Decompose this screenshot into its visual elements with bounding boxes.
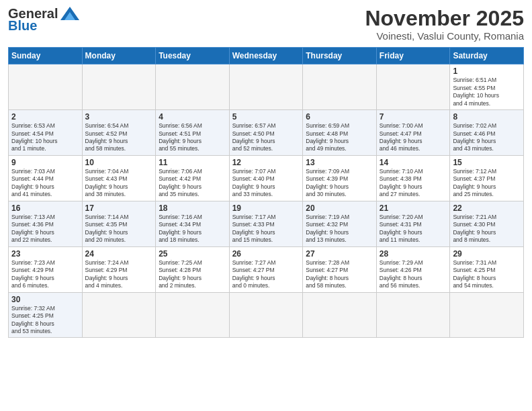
calendar-cell (9, 64, 83, 110)
day-number: 16 (11, 203, 79, 213)
day-info: Sunrise: 7:23 AM Sunset: 4:29 PM Dayligh… (11, 259, 79, 290)
weekday-header-thursday: Thursday (303, 48, 377, 64)
day-info: Sunrise: 7:31 AM Sunset: 4:25 PM Dayligh… (453, 259, 521, 290)
day-info: Sunrise: 7:20 AM Sunset: 4:31 PM Dayligh… (380, 214, 447, 244)
calendar-cell: 27Sunrise: 7:28 AM Sunset: 4:27 PM Dayli… (303, 246, 377, 292)
day-number: 1 (453, 66, 521, 76)
location-title: Voinesti, Vaslui County, Romania (365, 30, 524, 42)
day-number: 11 (159, 158, 226, 167)
calendar-cell: 1Sunrise: 6:51 AM Sunset: 4:55 PM Daylig… (450, 64, 524, 110)
day-number: 2 (11, 112, 79, 122)
weekday-header-monday: Monday (82, 48, 156, 64)
day-number: 25 (159, 249, 226, 259)
day-number: 24 (85, 249, 153, 259)
day-info: Sunrise: 7:28 AM Sunset: 4:27 PM Dayligh… (306, 259, 373, 290)
day-number: 28 (380, 249, 447, 259)
day-number: 18 (159, 203, 226, 213)
day-info: Sunrise: 7:29 AM Sunset: 4:26 PM Dayligh… (380, 259, 447, 290)
calendar-week-row: 23Sunrise: 7:23 AM Sunset: 4:29 PM Dayli… (9, 246, 524, 292)
logo-blue-label: Blue (8, 19, 37, 32)
day-number: 4 (159, 112, 226, 122)
calendar-cell (376, 64, 450, 110)
calendar-week-row: 2Sunrise: 6:53 AM Sunset: 4:54 PM Daylig… (9, 110, 524, 156)
calendar-cell: 15Sunrise: 7:12 AM Sunset: 4:37 PM Dayli… (450, 155, 524, 201)
day-info: Sunrise: 7:12 AM Sunset: 4:37 PM Dayligh… (453, 168, 521, 199)
weekday-header-saturday: Saturday (450, 48, 524, 64)
calendar-cell: 4Sunrise: 6:56 AM Sunset: 4:51 PM Daylig… (156, 110, 230, 156)
logo: General Blue (8, 7, 79, 32)
calendar-cell: 9Sunrise: 7:03 AM Sunset: 4:44 PM Daylig… (9, 155, 83, 201)
day-info: Sunrise: 7:03 AM Sunset: 4:44 PM Dayligh… (11, 168, 79, 199)
calendar-cell: 25Sunrise: 7:25 AM Sunset: 4:28 PM Dayli… (156, 246, 230, 292)
day-info: Sunrise: 7:02 AM Sunset: 4:46 PM Dayligh… (453, 122, 521, 153)
calendar-week-row: 1Sunrise: 6:51 AM Sunset: 4:55 PM Daylig… (9, 64, 524, 110)
calendar-cell: 17Sunrise: 7:14 AM Sunset: 4:35 PM Dayli… (82, 201, 156, 246)
calendar-cell (82, 64, 156, 110)
day-info: Sunrise: 7:32 AM Sunset: 4:25 PM Dayligh… (11, 305, 79, 336)
calendar-cell (156, 292, 230, 338)
calendar-week-row: 30Sunrise: 7:32 AM Sunset: 4:25 PM Dayli… (9, 292, 524, 338)
weekday-header-wednesday: Wednesday (229, 48, 303, 64)
day-info: Sunrise: 7:06 AM Sunset: 4:42 PM Dayligh… (159, 168, 226, 199)
weekday-header-tuesday: Tuesday (156, 48, 230, 64)
day-info: Sunrise: 7:07 AM Sunset: 4:40 PM Dayligh… (232, 168, 300, 199)
weekday-header-friday: Friday (376, 48, 450, 64)
day-number: 6 (306, 112, 373, 122)
day-info: Sunrise: 7:25 AM Sunset: 4:28 PM Dayligh… (159, 259, 226, 290)
day-number: 29 (453, 249, 521, 259)
calendar-cell: 26Sunrise: 7:27 AM Sunset: 4:27 PM Dayli… (229, 246, 303, 292)
calendar-cell: 2Sunrise: 6:53 AM Sunset: 4:54 PM Daylig… (9, 110, 83, 156)
calendar-cell: 22Sunrise: 7:21 AM Sunset: 4:30 PM Dayli… (450, 201, 524, 246)
calendar-cell (303, 292, 377, 338)
calendar-cell: 21Sunrise: 7:20 AM Sunset: 4:31 PM Dayli… (376, 201, 450, 246)
day-number: 30 (11, 295, 79, 304)
day-info: Sunrise: 7:17 AM Sunset: 4:33 PM Dayligh… (232, 214, 300, 244)
weekday-header-sunday: Sunday (9, 48, 83, 64)
day-info: Sunrise: 7:13 AM Sunset: 4:36 PM Dayligh… (11, 214, 79, 244)
day-info: Sunrise: 7:10 AM Sunset: 4:38 PM Dayligh… (380, 168, 447, 199)
day-number: 26 (232, 249, 300, 259)
calendar-week-row: 16Sunrise: 7:13 AM Sunset: 4:36 PM Dayli… (9, 201, 524, 246)
calendar-cell: 5Sunrise: 6:57 AM Sunset: 4:50 PM Daylig… (229, 110, 303, 156)
calendar-cell (376, 292, 450, 338)
calendar-cell: 28Sunrise: 7:29 AM Sunset: 4:26 PM Dayli… (376, 246, 450, 292)
calendar-cell: 6Sunrise: 6:59 AM Sunset: 4:48 PM Daylig… (303, 110, 377, 156)
day-number: 19 (232, 203, 300, 213)
calendar-cell: 3Sunrise: 6:54 AM Sunset: 4:52 PM Daylig… (82, 110, 156, 156)
day-info: Sunrise: 7:16 AM Sunset: 4:34 PM Dayligh… (159, 214, 226, 244)
day-number: 23 (11, 249, 79, 259)
calendar-cell: 19Sunrise: 7:17 AM Sunset: 4:33 PM Dayli… (229, 201, 303, 246)
day-info: Sunrise: 6:59 AM Sunset: 4:48 PM Dayligh… (306, 122, 373, 153)
day-info: Sunrise: 7:09 AM Sunset: 4:39 PM Dayligh… (306, 168, 373, 199)
calendar-cell (303, 64, 377, 110)
day-info: Sunrise: 6:51 AM Sunset: 4:55 PM Dayligh… (453, 77, 521, 107)
calendar-cell: 12Sunrise: 7:07 AM Sunset: 4:40 PM Dayli… (229, 155, 303, 201)
day-info: Sunrise: 6:56 AM Sunset: 4:51 PM Dayligh… (159, 122, 226, 153)
calendar-cell: 7Sunrise: 7:00 AM Sunset: 4:47 PM Daylig… (376, 110, 450, 156)
calendar-cell: 8Sunrise: 7:02 AM Sunset: 4:46 PM Daylig… (450, 110, 524, 156)
day-number: 5 (232, 112, 300, 122)
weekday-header-row: SundayMondayTuesdayWednesdayThursdayFrid… (9, 48, 524, 64)
calendar-cell: 30Sunrise: 7:32 AM Sunset: 4:25 PM Dayli… (9, 292, 83, 338)
day-info: Sunrise: 6:57 AM Sunset: 4:50 PM Dayligh… (232, 122, 300, 153)
day-info: Sunrise: 6:53 AM Sunset: 4:54 PM Dayligh… (11, 122, 79, 153)
calendar-cell: 18Sunrise: 7:16 AM Sunset: 4:34 PM Dayli… (156, 201, 230, 246)
day-number: 13 (306, 158, 373, 167)
calendar-week-row: 9Sunrise: 7:03 AM Sunset: 4:44 PM Daylig… (9, 155, 524, 201)
calendar-cell (82, 292, 156, 338)
calendar-cell: 16Sunrise: 7:13 AM Sunset: 4:36 PM Dayli… (9, 201, 83, 246)
day-number: 8 (453, 112, 521, 122)
calendar-cell (450, 292, 524, 338)
calendar-cell: 10Sunrise: 7:04 AM Sunset: 4:43 PM Dayli… (82, 155, 156, 201)
calendar-cell: 13Sunrise: 7:09 AM Sunset: 4:39 PM Dayli… (303, 155, 377, 201)
page: General Blue November 2025 Voinesti, Vas… (0, 0, 532, 411)
calendar-cell (229, 64, 303, 110)
day-info: Sunrise: 6:54 AM Sunset: 4:52 PM Dayligh… (85, 122, 153, 153)
day-number: 27 (306, 249, 373, 259)
day-info: Sunrise: 7:00 AM Sunset: 4:47 PM Dayligh… (380, 122, 447, 153)
day-number: 15 (453, 158, 521, 167)
header: General Blue November 2025 Voinesti, Vas… (8, 7, 524, 42)
calendar-cell: 29Sunrise: 7:31 AM Sunset: 4:25 PM Dayli… (450, 246, 524, 292)
day-number: 10 (85, 158, 153, 167)
calendar-cell: 24Sunrise: 7:24 AM Sunset: 4:29 PM Dayli… (82, 246, 156, 292)
